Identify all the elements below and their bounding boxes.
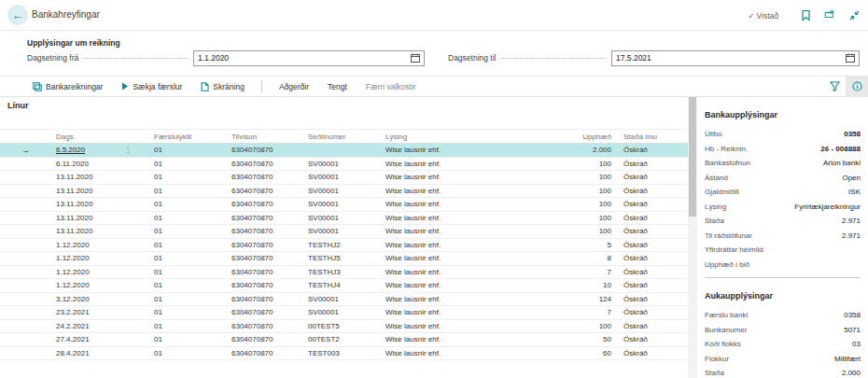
cell-entry-key: 01 (149, 227, 227, 235)
factbox-pane: BankaupplýsingarÚtibú0358Hb - Reiknin.26… (705, 97, 861, 378)
row-menu-icon[interactable]: ⋮ (124, 146, 132, 154)
table-row[interactable]: 24.2.202101630407087000TEST5Wise lausnir… (0, 320, 688, 334)
cell-description: Wise lausnir ehf. (381, 335, 560, 343)
date-from-label: Dagsetning frá (27, 53, 78, 63)
cell-entry-key: 01 (149, 281, 227, 289)
scrollbar-thumb[interactable] (689, 97, 696, 217)
factbox-field-label: Flokkur (705, 355, 729, 363)
table-row[interactable]: 1.12.2020016304070870TESTHJ4Wise lausnir… (0, 279, 688, 293)
cell-reference: 6304070870 (227, 146, 303, 154)
factbox-field: GjaldmiðillISK (705, 185, 861, 200)
cell-date: 13.11.2020 (51, 200, 149, 208)
factbox-field: BankastofnunArion banki (705, 156, 861, 171)
cell-description: Wise lausnir ehf. (381, 268, 560, 276)
table-row[interactable]: 13.11.2020016304070870SV00001Wise lausni… (0, 225, 688, 239)
table-row[interactable]: 13.11.2020016304070870SV00001Wise lausni… (0, 171, 688, 185)
factbox-field-value: ISK (848, 188, 861, 196)
info-icon (852, 81, 862, 91)
vertical-scrollbar[interactable] (688, 97, 697, 378)
table-row[interactable]: 1.12.2020016304070870TESTHJ3Wise lausnir… (0, 266, 688, 280)
cell-line-status: Óskráð (613, 241, 688, 249)
bank-accounts-button[interactable]: Bankareikningar (25, 77, 110, 97)
popout-icon[interactable] (824, 9, 836, 21)
column-header-key[interactable]: Færslulykill (149, 133, 227, 141)
table-row[interactable]: 13.11.2020016304070870SV00001Wise lausni… (0, 185, 688, 199)
cell-amount: 7 (560, 308, 613, 316)
column-header-amount[interactable]: Upphæð (560, 133, 613, 141)
cell-line-status: Óskráð (613, 308, 688, 316)
cell-description: Wise lausnir ehf. (381, 146, 560, 154)
factbox-field-label: Upphæð í bið (705, 260, 749, 269)
cell-entry-key: 01 (149, 187, 227, 195)
calendar-icon[interactable] (411, 53, 420, 63)
factbox-field: LýsingFyrirtækjareikningur (705, 200, 861, 215)
factbox-field-value: 2.971 (842, 217, 861, 225)
cell-amount: 2.000 (560, 146, 613, 154)
factbox-field-label: Útibú (705, 130, 722, 138)
cell-entry-key: 01 (149, 349, 227, 357)
cell-reference: 6304070870 (227, 254, 303, 262)
column-header-desc[interactable]: Lýsing (381, 133, 560, 141)
table-row[interactable]: 6.11.2020016304070870SV00001Wise lausnir… (0, 158, 688, 172)
filter-icon (830, 81, 840, 91)
column-header-date[interactable]: Dags. (51, 133, 149, 141)
factbox-field: Útibú0358 (705, 127, 861, 142)
column-header-ref[interactable]: Tilvísun (227, 133, 303, 141)
fewer-options-button[interactable]: Færri valkostir (358, 77, 424, 97)
table-row[interactable]: 1.12.2020016304070870TESTHJ5Wise lausnir… (0, 252, 688, 266)
factbox-field-value: Millifært (834, 355, 861, 363)
filter-button[interactable] (823, 77, 846, 97)
cell-slip-number: SV00001 (303, 160, 381, 168)
cell-description: Wise lausnir ehf. (381, 200, 560, 208)
table-row[interactable]: 23.2.2021016304070870SV00001Wise lausnir… (0, 306, 688, 320)
table-header-row: Dags. Færslulykill Tilvísun Seðilnúmer L… (0, 129, 688, 144)
factbox-field-value: 2.971 (842, 231, 861, 240)
date-from-input[interactable]: 1.1.2020 (193, 50, 425, 66)
table-row[interactable]: 27.4.202101630407087000TEST2Wise lausnir… (0, 333, 688, 347)
date-value: 1.12.2020 (56, 241, 90, 249)
cell-line-status: Óskráð (613, 173, 688, 181)
cell-entry-key: 01 (149, 146, 227, 154)
table-row[interactable]: 1.12.2020016304070870TESTHJ2Wise lausnir… (0, 239, 688, 253)
date-value: 1.12.2020 (56, 281, 90, 289)
cell-slip-number: TESTHJ5 (303, 254, 381, 262)
table-row[interactable]: →6.5.2020⋮016304070870Wise lausnir ehf.2… (0, 144, 688, 158)
cell-line-status: Óskráð (613, 254, 688, 262)
actions-button[interactable]: Aðgerðir (272, 77, 316, 97)
cell-amount: 100 (560, 173, 613, 181)
cell-line-status: Óskráð (613, 214, 688, 222)
cell-date: 24.2.2021 (51, 322, 149, 330)
back-button[interactable]: ← (7, 5, 28, 25)
cell-entry-key: 01 (149, 308, 227, 316)
info-button[interactable] (846, 76, 868, 97)
table-row[interactable]: 28.4.2021016304070870TEST003Wise lausnir… (0, 347, 688, 361)
collapse-icon[interactable] (848, 9, 861, 21)
date-from-field: Dagsetning frá 1.1.2020 (27, 49, 425, 66)
date-to-field: Dagsetning til 17.5.2021 (448, 49, 860, 66)
factbox-section-title: Bankaupplýsingar (705, 110, 861, 119)
factbox-field-label: Lýsing (705, 203, 726, 211)
bookmark-icon[interactable] (800, 9, 812, 21)
column-header-slip[interactable]: Seðilnúmer (303, 133, 381, 141)
calendar-icon[interactable] (846, 53, 855, 63)
date-value: 23.2.2021 (56, 308, 90, 316)
column-header-status[interactable]: Staða línu (613, 133, 688, 141)
fetch-transactions-button[interactable]: Sækja færslur (114, 77, 189, 97)
account-info-section: Upplýsingar um reikning Dagsetning frá 1… (0, 32, 868, 75)
factbox-field-label: Hb - Reiknin. (705, 145, 748, 153)
factbox-field: Yfirdráttar heimild (705, 243, 861, 258)
cell-entry-key: 01 (149, 268, 227, 276)
table-row[interactable]: 3.12.2020016304070870SV00001Wise lausnir… (0, 293, 688, 307)
page-title: Bankahreyfingar (32, 9, 100, 20)
cell-line-status: Óskráð (613, 281, 688, 289)
related-button[interactable]: Tengt (320, 77, 355, 97)
table-row[interactable]: 13.11.2020016304070870SV00001Wise lausni… (0, 198, 688, 212)
table-row[interactable]: 13.11.2020016304070870SV00001Wise lausni… (0, 212, 688, 226)
register-button[interactable]: Skráning (193, 77, 252, 97)
cell-description: Wise lausnir ehf. (381, 295, 560, 303)
factbox-field: Til ráðstöfunar2.971 (705, 229, 861, 244)
date-to-input[interactable]: 17.5.2021 (611, 50, 860, 66)
cell-amount: 100 (560, 160, 613, 168)
date-value[interactable]: 6.5.2020 (56, 146, 85, 154)
cell-reference: 6304070870 (227, 214, 303, 222)
